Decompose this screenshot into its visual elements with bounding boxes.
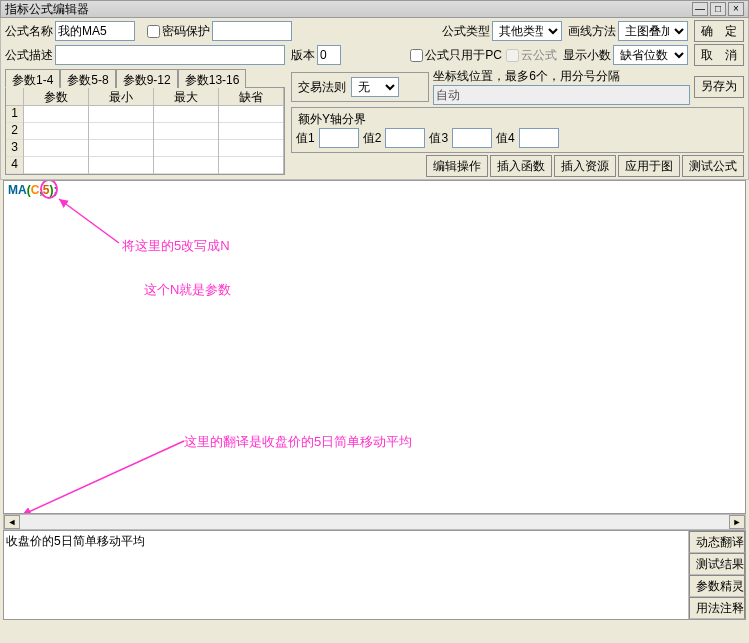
pc-only-checkbox[interactable] <box>410 49 423 62</box>
param-tabs: 参数1-4 参数5-8 参数9-12 参数13-16 <box>5 68 285 88</box>
tab-params-1-4[interactable]: 参数1-4 <box>5 69 60 88</box>
desc-input[interactable] <box>55 45 285 65</box>
window-title: 指标公式编辑器 <box>5 1 690 18</box>
draw-label: 画线方法 <box>568 23 616 40</box>
test-result-button[interactable]: 测试结果 <box>689 553 745 575</box>
yaxis-v2[interactable] <box>385 128 425 148</box>
scroll-left-icon[interactable]: ◄ <box>4 515 20 529</box>
edit-op-button[interactable]: 编辑操作 <box>426 155 488 177</box>
yaxis-v1[interactable] <box>319 128 359 148</box>
row-num-2: 2 <box>6 123 23 140</box>
password-input[interactable] <box>212 21 292 41</box>
code-editor[interactable]: MA(C,5); 将这里的5改写成N 这个N就是参数 这里的翻译是收盘价的5日简… <box>3 180 746 514</box>
name-label: 公式名称 <box>5 23 53 40</box>
code-line-1: MA(C,5); <box>4 181 745 199</box>
cloud-checkbox <box>506 49 519 62</box>
cloud-label: 云公式 <box>521 47 557 64</box>
trade-select[interactable]: 无 <box>351 77 399 97</box>
svg-line-1 <box>22 441 184 514</box>
decimal-label: 显示小数 <box>563 47 611 64</box>
yaxis-v4[interactable] <box>519 128 559 148</box>
annotation-circle <box>40 180 58 199</box>
name-input[interactable] <box>55 21 135 41</box>
tab-params-13-16[interactable]: 参数13-16 <box>178 69 247 88</box>
type-label: 公式类型 <box>442 23 490 40</box>
titlebar: 指标公式编辑器 — □ × <box>0 0 749 18</box>
test-formula-button[interactable]: 测试公式 <box>682 155 744 177</box>
svg-line-0 <box>59 199 119 243</box>
coord-pos-input <box>433 85 690 105</box>
yaxis-v3[interactable] <box>452 128 492 148</box>
col-default: 缺省 <box>219 88 283 106</box>
param-wizard-button[interactable]: 参数精灵 <box>689 575 745 597</box>
maximize-button[interactable]: □ <box>710 2 726 16</box>
annotation-3: 这里的翻译是收盘价的5日简单移动平均 <box>184 433 412 451</box>
yaxis-legend: 额外Y轴分界 <box>296 111 368 128</box>
decimal-select[interactable]: 缺省位数 <box>613 45 688 65</box>
tab-params-5-8[interactable]: 参数5-8 <box>60 69 115 88</box>
insert-res-button[interactable]: 插入资源 <box>554 155 616 177</box>
insert-func-button[interactable]: 插入函数 <box>490 155 552 177</box>
top-form: 公式名称 密码保护 公式类型 其他类型 画线方法 主图叠加 确 定 公式描述 版… <box>0 18 749 180</box>
pc-only-label: 公式只用于PC <box>425 47 502 64</box>
scroll-right-icon[interactable]: ► <box>729 515 745 529</box>
trade-legend: 交易法则 <box>296 79 348 96</box>
close-button[interactable]: × <box>728 2 744 16</box>
annotation-arrows <box>4 181 746 514</box>
col-min: 最小 <box>89 88 153 106</box>
translation-text: 收盘价的5日简单移动平均 <box>4 531 689 619</box>
col-max: 最大 <box>154 88 218 106</box>
col-name: 参数 <box>24 88 88 106</box>
annotation-1: 将这里的5改写成N <box>122 237 230 255</box>
minimize-button[interactable]: — <box>692 2 708 16</box>
cancel-button[interactable]: 取 消 <box>694 44 744 66</box>
password-protect-checkbox[interactable] <box>147 25 160 38</box>
type-select[interactable]: 其他类型 <box>492 21 562 41</box>
tab-params-9-12[interactable]: 参数9-12 <box>116 69 178 88</box>
version-label: 版本 <box>291 47 315 64</box>
ok-button[interactable]: 确 定 <box>694 20 744 42</box>
h-scrollbar[interactable]: ◄ ► <box>3 514 746 530</box>
param-grid: 1 2 3 4 参数 最小 最大 缺省 <box>5 88 285 175</box>
row-num-3: 3 <box>6 140 23 157</box>
dynamic-translate-button[interactable]: 动态翻译 <box>689 531 745 553</box>
row-num-1: 1 <box>6 106 23 123</box>
row-num-4: 4 <box>6 157 23 174</box>
usage-comment-button[interactable]: 用法注释 <box>689 597 745 619</box>
draw-select[interactable]: 主图叠加 <box>618 21 688 41</box>
password-protect-label: 密码保护 <box>162 23 210 40</box>
save-as-button[interactable]: 另存为 <box>694 76 744 98</box>
version-input[interactable] <box>317 45 341 65</box>
apply-chart-button[interactable]: 应用于图 <box>618 155 680 177</box>
bottom-panel: 收盘价的5日简单移动平均 动态翻译 测试结果 参数精灵 用法注释 <box>3 530 746 620</box>
desc-label: 公式描述 <box>5 47 53 64</box>
coord-pos-label: 坐标线位置，最多6个，用分号分隔 <box>433 68 688 85</box>
annotation-2: 这个N就是参数 <box>144 281 231 299</box>
